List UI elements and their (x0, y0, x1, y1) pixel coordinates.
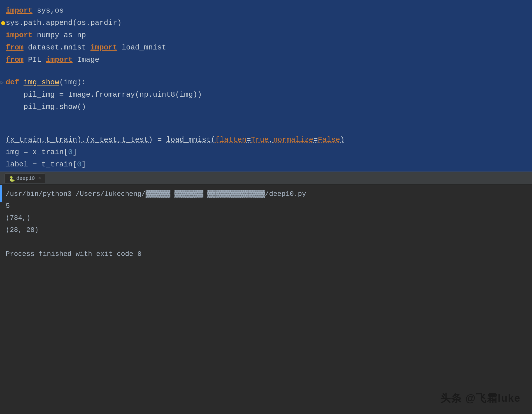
keyword-from-1: from (6, 42, 23, 53)
param-img: img (64, 77, 77, 88)
keyword-from-2: from (6, 54, 23, 65)
blank-line-2 (0, 113, 532, 124)
breakpoint-indicator (1, 21, 5, 25)
code-line-8: pil_img = Image.fromarray(np.uint8(img)) (0, 89, 532, 101)
keyword-import-2: import (6, 30, 33, 41)
code-line-1: import sys,os (0, 5, 532, 17)
code-line-2: sys.path.append(os.pardir) (0, 17, 532, 29)
terminal-panel: /usr/bin/python3 /Users/lukecheng/▓▓▓▓▓▓… (0, 185, 532, 414)
terminal-tab-label: deep10 (16, 176, 35, 181)
code-line-15: print(label) (0, 171, 532, 172)
terminal-output: /usr/bin/python3 /Users/lukecheng/▓▓▓▓▓▓… (0, 185, 532, 414)
code-line-4: from dataset.mnist import load_mnist (0, 41, 532, 54)
code-line-def: ▷ def img_show(img): (0, 76, 532, 89)
terminal-output-3: (28, 28) (6, 224, 526, 236)
terminal-command-line: /usr/bin/python3 /Users/lukecheng/▓▓▓▓▓▓… (6, 188, 526, 200)
code-editor: import sys,os sys.path.append(os.pardir)… (0, 0, 532, 172)
python-snake-icon: 🐍 (9, 176, 14, 181)
keyword-import-4: import (46, 54, 73, 65)
watermark-text: 头条 @飞霜luke (440, 391, 521, 405)
terminal-output-1: 5 (6, 200, 526, 212)
terminal-output-2: (784,) (6, 212, 526, 224)
code-line-9: pil_img.show() (0, 101, 532, 113)
keyword-def: def (6, 77, 19, 88)
fold-icon: ▷ (1, 79, 4, 86)
left-border-indicator (0, 185, 2, 202)
terminal-blank-line (6, 236, 526, 248)
code-line-3: import numpy as np (0, 29, 532, 41)
terminal-tab-deep10[interactable]: 🐍 deep10 × (5, 174, 45, 183)
code-line-5: from PIL import Image (0, 54, 532, 66)
terminal-tab-close[interactable]: × (38, 176, 41, 181)
terminal-exit-message: Process finished with exit code 0 (6, 248, 526, 260)
blank-line-3 (0, 124, 532, 134)
code-line-14: label = t_train[0] (0, 158, 532, 171)
function-name: img_show (23, 77, 59, 88)
blank-line-1 (0, 66, 532, 76)
terminal-header: 🐍 deep10 × (0, 172, 532, 185)
code-line-13: img = x_train[0] (0, 146, 532, 158)
code-line-12: (x_train,t_train),(x_test,t_test) = load… (0, 134, 532, 146)
keyword-import-3: import (90, 42, 117, 53)
keyword-import: import (6, 5, 33, 16)
